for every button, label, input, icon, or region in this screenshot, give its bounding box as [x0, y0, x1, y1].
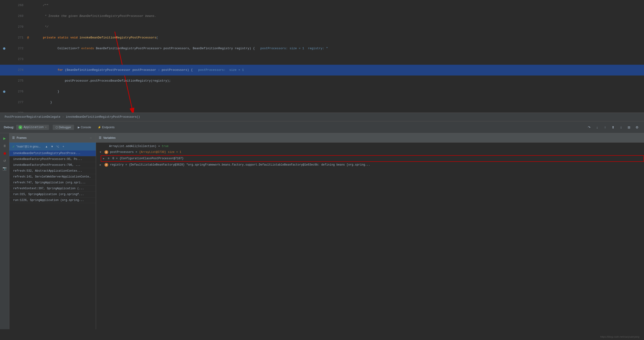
resume-button[interactable]: ▶ — [2, 135, 8, 142]
var-eq-2: = — [116, 157, 118, 160]
var-icon-p-1: p — [104, 150, 108, 154]
var-eq-3: = — [126, 163, 127, 166]
code-269: * Invoke the given BeanDefinitionRegistr… — [34, 11, 644, 22]
code-270: */ — [34, 22, 644, 32]
pause-button[interactable]: ⏸ — [2, 142, 8, 149]
var-eq-0: = — [158, 145, 160, 148]
ln-274: 274 — [8, 65, 27, 76]
thread-up-btn[interactable]: ▲ — [44, 144, 49, 149]
code-line-278: 278 — [0, 108, 644, 113]
step-over-btn[interactable]: ↷ — [586, 124, 592, 131]
tab-endpoints[interactable]: ⚡ Endpoints — [95, 125, 117, 130]
restart-button[interactable]: ↺ — [2, 157, 8, 164]
settings-btn[interactable]: ⚙ — [634, 124, 640, 131]
frames-panel: ☰ Frames → ✓ "main"@1 in grou... ▲ ▼ ⌥ +… — [9, 133, 96, 329]
code-line-269: 269 * Invoke the given BeanDefinitionReg… — [0, 11, 644, 22]
frame-item-2[interactable]: invokeBeanFactoryPostProcessors:706, ... — [9, 162, 96, 168]
variables-panel-icon: ☰ — [99, 136, 102, 139]
code-272: Collection<? extends BeanDefinitionRegis… — [34, 43, 644, 54]
svg-text:S: S — [20, 127, 21, 128]
code-editor: 268 /** 269 * Invoke the given BeanDefin… — [0, 0, 644, 113]
frame-item-0[interactable]: invokeBeanDefinitionRegistryPostProce... — [9, 150, 96, 156]
var-val-0: true — [162, 145, 168, 148]
frames-header: ☰ Frames → — [9, 133, 96, 142]
frame-item-5[interactable]: refresh:747, SpringApplication (org.spri… — [9, 180, 96, 186]
var-name-3: registry — [110, 163, 124, 166]
var-item-3[interactable]: ▶ p registry = {DefaultListableBeanFacto… — [96, 162, 644, 168]
bp-276 — [0, 91, 8, 93]
spring-icon: S — [19, 126, 22, 129]
step-out-btn[interactable]: ↑ — [602, 124, 608, 131]
code-277: } — [34, 97, 644, 108]
var-val-3: {DefaultListableBeanFactory@3628} "org.s… — [129, 163, 370, 166]
code-line-277: 277 } — [0, 97, 644, 108]
evaluate-btn[interactable]: ↕ — [618, 124, 624, 131]
var-eq-1: = — [136, 150, 137, 154]
variables-panel-title: Variables — [103, 136, 116, 139]
var-expand-0 — [100, 145, 104, 148]
code-line-271: 271 @ private static void invokeBeanDefi… — [0, 32, 644, 43]
breadcrumb-method[interactable]: invokeBeanDefinitionRegistryPostProcesso… — [66, 115, 140, 119]
var-val-1: {ArrayList@3730} size = 1 — [139, 150, 181, 154]
frame-item-1[interactable]: invokeBeanFactoryPostProcessors:95, Po..… — [9, 156, 96, 162]
var-item-1[interactable]: ▼ p postProcessors = {ArrayList@3730} si… — [96, 149, 644, 155]
thread-filter-btn[interactable]: ⌥ — [55, 144, 60, 149]
code-line-274: 274 for (BeanDefinitionRegistryPostProce… — [0, 65, 644, 76]
frames-list: invokeBeanDefinitionRegistryPostProce...… — [9, 150, 96, 329]
app-tab[interactable]: S Application × — [16, 125, 49, 130]
console-icon: ▶ — [78, 126, 80, 129]
code-271: private static void invokeBeanDefinition… — [34, 32, 644, 43]
frames-panel-title: Frames — [17, 136, 27, 139]
step-into-btn[interactable]: ↓ — [594, 124, 600, 131]
endpoints-icon: ⚡ — [98, 126, 101, 129]
ln-278: 278 — [8, 108, 27, 113]
restore-layout-btn[interactable]: ⊞ — [626, 124, 632, 131]
at-271: @ — [27, 32, 34, 43]
run-to-cursor-btn[interactable]: ⬆ — [610, 124, 616, 131]
code-line-275: 275 postProcessor.postProcessBeanDefinit… — [0, 76, 644, 86]
tab-console[interactable]: ▶ Console — [75, 125, 94, 130]
var-name-1: postProcessors — [110, 150, 134, 154]
app-tab-close[interactable]: × — [45, 126, 47, 129]
breadcrumb-class[interactable]: PostProcessorRegistrationDelegate — [5, 115, 60, 119]
console-label: Console — [81, 126, 91, 129]
var-val-2: {ConfigurationClassPostProcessor@7107} — [120, 157, 184, 160]
frame-item-3[interactable]: refresh:532, AbstractApplicationContex..… — [9, 168, 96, 174]
thread-down-btn[interactable]: ▼ — [50, 144, 54, 149]
stop-button[interactable]: ⏹ — [2, 150, 8, 157]
endpoints-label: Endpoints — [102, 126, 114, 129]
frame-item-4[interactable]: refresh:141, ServletWebServerApplication… — [9, 174, 96, 180]
code-line-273: 273 — [0, 54, 644, 65]
code-274: for (BeanDefinitionRegistryPostProcessor… — [34, 65, 644, 76]
app-icon: S — [18, 125, 22, 129]
code-line-276: 276 } — [0, 86, 644, 97]
snapshot-button[interactable]: 📷 — [2, 165, 8, 172]
var-item-0[interactable]: ArrayList.addAll(Collection) = true — [96, 143, 644, 149]
ln-277: 277 — [8, 97, 27, 108]
code-line-268: 268 /** — [0, 0, 644, 11]
variables-header: ☰ Variables — [96, 133, 644, 142]
var-name-0: ArrayList.addAll(Collection) — [109, 145, 156, 148]
thread-label: "main"@1 in grou... — [16, 145, 40, 148]
thread-add-btn[interactable]: + — [61, 144, 66, 149]
code-276: } — [34, 86, 644, 97]
tab-debugger[interactable]: ⬡ Debugger — [53, 125, 74, 130]
ln-276: 276 — [8, 86, 27, 97]
breadcrumb: PostProcessorRegistrationDelegate › invo… — [0, 113, 644, 121]
ln-272: 272 — [8, 43, 27, 54]
code-line-272: 272 Collection<? extends BeanDefinitionR… — [0, 43, 644, 54]
var-icon-p-3: p — [104, 163, 108, 167]
frame-item-7[interactable]: run:315, SpringApplication (org.springf.… — [9, 192, 96, 198]
watermark: https://blog.csdn.net/caoyuanyang — [600, 335, 639, 338]
app-tab-label: Application — [24, 125, 44, 129]
code-line-270: 270 */ — [0, 22, 644, 32]
frame-item-8[interactable]: run:1226, SpringApplication (org.spring.… — [9, 198, 96, 203]
breadcrumb-sep: › — [62, 115, 64, 119]
var-expand-1: ▼ — [100, 151, 104, 153]
debug-label: Debug: — [4, 125, 14, 129]
frame-item-6[interactable]: refreshContext:397, SpringApplication (.… — [9, 186, 96, 192]
thread-selector[interactable]: ✓ "main"@1 in grou... ▲ ▼ ⌥ + — [9, 142, 96, 150]
settings-icon: ⚙ — [636, 125, 638, 129]
ln-275: 275 — [8, 76, 27, 86]
var-item-2[interactable]: ▶ ≡ 0 = {ConfigurationClassPostProcessor… — [101, 155, 644, 162]
